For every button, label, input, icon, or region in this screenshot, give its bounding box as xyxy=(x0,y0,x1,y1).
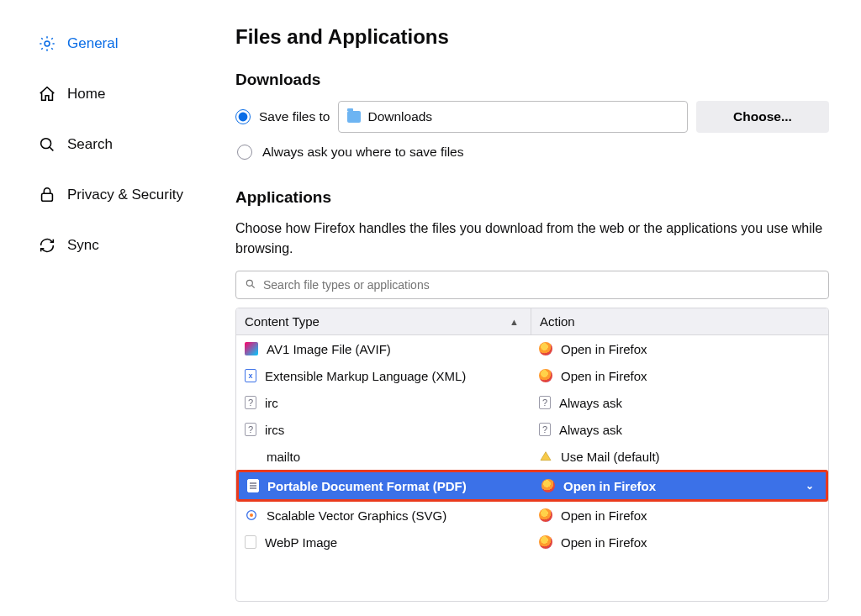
firefox-icon xyxy=(539,369,552,382)
question-icon: ? xyxy=(245,396,256,409)
applications-description: Choose how Firefox handles the files you… xyxy=(235,218,829,259)
avif-icon xyxy=(245,342,258,355)
svg-rect-2 xyxy=(42,193,53,201)
table-row-selected[interactable]: Portable Document Format (PDF) Open in F… xyxy=(239,472,826,499)
sidebar-item-privacy[interactable]: Privacy & Security xyxy=(32,175,209,215)
settings-sidebar: General Home Search Privacy & Security S… xyxy=(0,0,219,616)
mail-icon xyxy=(539,450,552,463)
downloads-ask-row: Always ask you where to save files xyxy=(235,145,829,160)
firefox-icon xyxy=(539,342,552,355)
svg-point-0 xyxy=(45,41,50,46)
always-ask-label: Always ask you where to save files xyxy=(262,145,464,160)
svg-point-5 xyxy=(250,513,253,517)
svg-point-1 xyxy=(41,139,51,149)
table-row[interactable]: WebP Image Open in Firefox xyxy=(236,529,828,555)
home-icon xyxy=(37,84,57,104)
always-ask-radio[interactable] xyxy=(237,145,252,160)
page-title: Files and Applications xyxy=(235,25,829,49)
gear-icon xyxy=(37,34,57,54)
sidebar-item-label: Sync xyxy=(67,237,99,254)
highlighted-row: Portable Document Format (PDF) Open in F… xyxy=(236,470,828,502)
save-files-label: Save files to xyxy=(259,109,330,124)
download-path-value: Downloads xyxy=(367,109,432,124)
firefox-icon xyxy=(539,535,552,549)
downloads-save-row: Save files to Downloads Choose... xyxy=(235,101,829,133)
sidebar-item-label: Home xyxy=(67,86,105,103)
question-icon: ? xyxy=(539,423,551,436)
sidebar-item-label: General xyxy=(67,35,118,52)
sidebar-item-label: Privacy & Security xyxy=(67,187,183,203)
search-icon xyxy=(37,134,57,155)
firefox-icon xyxy=(541,479,555,492)
svg-icon xyxy=(245,508,258,522)
sync-icon xyxy=(37,235,57,255)
sidebar-item-search[interactable]: Search xyxy=(32,124,209,165)
table-row[interactable]: xExtensible Markup Language (XML) Open i… xyxy=(236,362,828,389)
folder-icon xyxy=(347,111,361,123)
sort-caret-icon: ▲ xyxy=(510,317,519,327)
firefox-icon xyxy=(539,508,552,522)
sidebar-item-label: Search xyxy=(67,136,113,153)
save-files-radio[interactable] xyxy=(235,109,251,124)
sidebar-item-sync[interactable]: Sync xyxy=(32,225,209,266)
question-icon: ? xyxy=(245,423,256,436)
table-row[interactable]: mailto Use Mail (default) xyxy=(236,443,828,470)
table-row[interactable]: ?ircs ?Always ask xyxy=(236,416,828,443)
table-row[interactable]: Scalable Vector Graphics (SVG) Open in F… xyxy=(236,502,828,529)
download-path-input[interactable]: Downloads xyxy=(338,101,688,133)
table-row[interactable]: ?irc ?Always ask xyxy=(236,389,828,416)
xml-icon: x xyxy=(245,369,256,382)
choose-button[interactable]: Choose... xyxy=(696,101,829,133)
lock-icon xyxy=(37,185,57,205)
question-icon: ? xyxy=(539,396,551,409)
sidebar-item-home[interactable]: Home xyxy=(32,74,209,114)
table-header: Content Type ▲ Action xyxy=(236,308,828,335)
settings-main: Files and Applications Downloads Save fi… xyxy=(219,0,861,616)
downloads-heading: Downloads xyxy=(235,71,829,89)
search-icon xyxy=(245,278,256,292)
applications-table: Content Type ▲ Action AV1 Image File (AV… xyxy=(235,308,829,602)
applications-search[interactable] xyxy=(235,271,829,299)
search-input[interactable] xyxy=(263,278,820,292)
svg-point-3 xyxy=(246,280,252,286)
webp-icon xyxy=(245,535,256,549)
applications-heading: Applications xyxy=(235,188,829,207)
table-row[interactable]: AV1 Image File (AVIF) Open in Firefox xyxy=(236,335,828,362)
chevron-down-icon[interactable]: ⌄ xyxy=(806,480,814,492)
column-action[interactable]: Action xyxy=(531,308,828,334)
sidebar-item-general[interactable]: General xyxy=(32,24,209,64)
column-content-type[interactable]: Content Type ▲ xyxy=(236,314,531,329)
pdf-icon xyxy=(247,479,259,492)
